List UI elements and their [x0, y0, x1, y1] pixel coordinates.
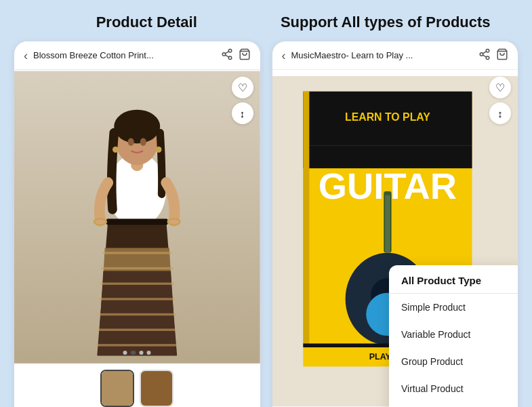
fashion-model-image [14, 70, 260, 364]
left-section-title: Product Detail [27, 14, 266, 31]
svg-rect-15 [101, 267, 173, 269]
svg-point-11 [114, 110, 160, 144]
dot-4 [147, 351, 151, 355]
page-header: Product Detail Support All types of Prod… [0, 0, 532, 41]
svg-line-30 [483, 52, 486, 54]
left-back-button[interactable]: ‹ [24, 50, 28, 62]
left-wishlist-button[interactable]: ♡ [232, 77, 253, 98]
svg-point-12 [128, 138, 134, 146]
right-share-button[interactable] [478, 48, 491, 62]
svg-point-22 [112, 147, 119, 153]
product-detail-card: ‹ Blossom Breeze Cotton Print... [14, 41, 261, 407]
svg-rect-19 [98, 328, 176, 330]
svg-text:LEARN TO PLAY: LEARN TO PLAY [344, 111, 430, 123]
dropdown-item-variable[interactable]: Variable Product [389, 321, 518, 348]
dropdown-item-virtual[interactable]: Virtual Product [389, 375, 518, 402]
left-topbar: ‹ Blossom Breeze Cotton Print... [14, 41, 260, 70]
product-types-card: ‹ MusicMaestro- Learn to Play ... [272, 41, 519, 407]
left-bag-button[interactable] [239, 48, 251, 62]
dropdown-item-simple[interactable]: Simple Product [389, 294, 518, 321]
svg-line-4 [225, 52, 228, 54]
svg-rect-36 [303, 92, 309, 345]
right-compare-button[interactable]: ↕ [489, 102, 511, 124]
svg-rect-21 [106, 219, 168, 225]
svg-point-23 [155, 147, 161, 153]
left-product-image-container: ♡ ↕ [14, 70, 260, 364]
thumbnail-1[interactable] [100, 370, 134, 407]
svg-rect-20 [97, 344, 177, 346]
svg-rect-16 [100, 283, 174, 285]
left-product-title: Blossom Breeze Cotton Print... [33, 50, 216, 60]
dropdown-item-downloadable[interactable]: Downloadable Product [389, 402, 518, 407]
thumbnail-2[interactable] [140, 370, 173, 407]
right-wishlist-button[interactable]: ♡ [489, 77, 511, 98]
left-share-button[interactable] [221, 48, 233, 62]
right-bag-button[interactable] [496, 48, 508, 62]
right-back-button[interactable]: ‹ [282, 50, 286, 62]
svg-rect-35 [303, 145, 472, 168]
left-compare-button[interactable]: ↕ [232, 102, 253, 124]
thumbnails-row [14, 364, 260, 407]
image-dots [123, 347, 151, 359]
right-topbar: ‹ MusicMaestro- Learn to Play ... [272, 41, 518, 70]
svg-rect-17 [100, 298, 175, 300]
svg-line-29 [483, 55, 486, 57]
svg-rect-18 [99, 313, 176, 315]
panels-row: ‹ Blossom Breeze Cotton Print... [0, 41, 532, 407]
product-type-dropdown: All Product Type Simple Product Variable… [389, 265, 518, 407]
svg-rect-14 [102, 252, 171, 254]
svg-line-3 [225, 55, 228, 57]
svg-point-13 [140, 138, 146, 146]
right-product-title: MusicMaestro- Learn to Play ... [291, 50, 474, 60]
dot-3 [140, 351, 144, 355]
dot-2 [131, 351, 136, 355]
right-section-title: Support All types of Products [266, 14, 506, 31]
dropdown-header: All Product Type [389, 265, 518, 294]
dropdown-item-group[interactable]: Group Product [389, 348, 518, 375]
dot-1 [123, 351, 127, 355]
